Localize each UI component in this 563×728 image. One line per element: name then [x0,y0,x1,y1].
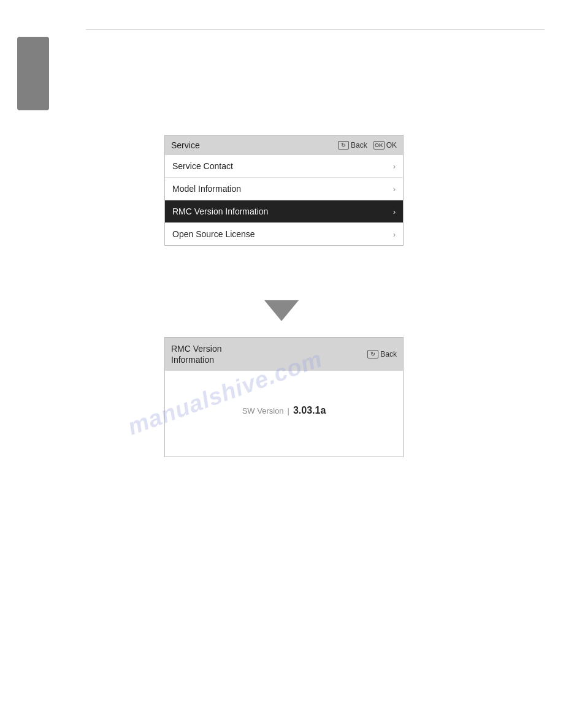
menu-row-label: Service Contact [172,161,233,171]
menu-row-open-source[interactable]: Open Source License › [165,223,403,245]
rmc-title-line1: RMC Version [171,344,221,354]
service-menu: Service ↻ Back OK OK Service Contact › M… [164,135,404,246]
menu-row-label: Model Information [172,184,241,194]
sw-version-value: 3.03.1a [293,405,326,416]
menu-row-service-contact[interactable]: Service Contact › [165,155,403,178]
back-button[interactable]: ↻ Back [338,141,367,150]
top-divider [86,29,545,30]
rmc-version-panel: RMC Version Information ↻ Back SW Versio… [164,337,404,457]
sidebar-tab [17,37,49,110]
panel-back-label: Back [380,350,397,358]
menu-row-label: RMC Version Information [172,207,268,216]
rmc-panel-title: RMC Version Information [171,343,221,365]
menu-row-rmc-version[interactable]: RMC Version Information › [165,200,403,223]
back-icon: ↻ [338,141,349,150]
ok-button[interactable]: OK OK [373,141,397,150]
ok-label: OK [386,141,397,150]
back-label: Back [351,141,367,150]
sw-version-separator: | [288,406,289,415]
chevron-right-icon: › [393,207,396,216]
service-menu-header: Service ↻ Back OK OK [165,135,403,155]
ok-icon: OK [373,141,385,150]
rmc-panel-header: RMC Version Information ↻ Back [165,338,403,371]
arrow-down-indicator [264,300,299,321]
chevron-right-icon: › [393,162,396,171]
chevron-right-icon: › [393,184,396,194]
menu-row-model-information[interactable]: Model Information › [165,178,403,200]
menu-row-label: Open Source License [172,229,255,239]
sw-version-label: SW Version [242,406,284,415]
chevron-right-icon: › [393,230,396,239]
rmc-title-line2: Information [171,355,214,365]
panel-back-icon: ↻ [367,350,378,358]
rmc-panel-content: SW Version | 3.03.1a [165,371,403,457]
arrow-down-shape [264,300,299,321]
panel-back-button[interactable]: ↻ Back [367,350,397,358]
service-menu-title: Service [171,140,200,150]
header-controls: ↻ Back OK OK [338,141,397,150]
